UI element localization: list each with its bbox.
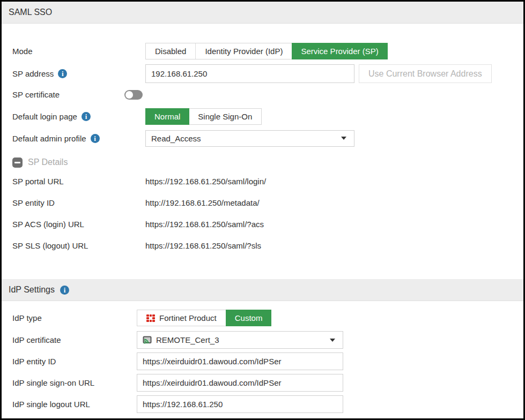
- login-page-segmented-control: Normal Single Sign-On: [145, 108, 262, 125]
- saml-sso-panel: SAML SSO Mode Disabled Identity Provider…: [0, 0, 525, 420]
- idp-entity-id-label: IdP entity ID: [12, 357, 137, 366]
- chevron-down-icon: [341, 137, 346, 140]
- idp-certificate-select[interactable]: REMOTE_Cert_3: [137, 331, 343, 349]
- idp-slo-url-row: IdP single logout URL: [12, 395, 516, 413]
- idp-slo-url-label: IdP single logout URL: [12, 400, 137, 409]
- sp-address-row: SP address i Use Current Browser Address: [12, 64, 516, 83]
- idp-type-row: IdP type Fortinet Product Custom: [12, 310, 516, 326]
- idp-entity-id-row: IdP entity ID: [12, 352, 516, 370]
- login-page-option-sso[interactable]: Single Sign-On: [189, 109, 261, 124]
- mode-option-disabled[interactable]: Disabled: [146, 43, 196, 59]
- idp-type-option-fortinet[interactable]: Fortinet Product: [137, 310, 226, 326]
- sp-certificate-row: SP certificate: [12, 88, 516, 101]
- idp-type-segmented-control: Fortinet Product Custom: [137, 310, 271, 326]
- page-title: SAML SSO: [9, 8, 52, 17]
- sp-certificate-toggle[interactable]: [124, 90, 143, 100]
- saml-sso-header-bar: SAML SSO: [2, 2, 523, 24]
- toggle-knob-icon: [125, 91, 133, 99]
- sp-details-title: SP Details: [28, 158, 68, 167]
- default-admin-profile-row: Default admin profile i Read_Access: [12, 130, 516, 147]
- mode-segmented-control: Disabled Identity Provider (IdP) Service…: [145, 43, 388, 59]
- mode-option-sp[interactable]: Service Provider (SP): [292, 43, 387, 59]
- collapse-minus-icon[interactable]: [12, 158, 23, 168]
- info-icon[interactable]: i: [60, 286, 69, 295]
- login-page-option-normal[interactable]: Normal: [145, 108, 189, 125]
- fortinet-grid-icon: [146, 314, 155, 322]
- sp-details-header[interactable]: SP Details: [12, 154, 516, 170]
- idp-sso-url-row: IdP single sign-on URL: [12, 374, 516, 392]
- idp-settings-header-bar: IdP Settings i: [2, 279, 523, 301]
- sp-acs-url-row: SP ACS (login) URL https://192.168.61.25…: [12, 213, 516, 235]
- idp-certificate-label: IdP certificate: [12, 335, 137, 344]
- idp-sso-url-input[interactable]: [137, 374, 343, 392]
- default-login-page-row: Default login page i Normal Single Sign-…: [12, 108, 516, 125]
- sp-portal-url-row: SP portal URL https://192.168.61.250/sam…: [12, 170, 516, 192]
- sp-address-input[interactable]: [145, 64, 354, 83]
- default-admin-profile-label: Default admin profile i: [12, 134, 145, 143]
- sp-entity-id-row: SP entity ID http://192.168.61.250/metad…: [12, 192, 516, 213]
- idp-sso-url-label: IdP single sign-on URL: [12, 378, 137, 387]
- default-login-page-label: Default login page i: [12, 112, 145, 121]
- idp-slo-url-input[interactable]: [137, 395, 343, 413]
- sp-address-label: SP address i: [12, 69, 145, 78]
- sp-entity-id-value: http://192.168.61.250/metadata/: [145, 198, 260, 207]
- sp-sls-url-row: SP SLS (logout) URL https://192.168.61.2…: [12, 235, 516, 256]
- chevron-down-icon: [330, 339, 335, 342]
- info-icon[interactable]: i: [91, 134, 100, 143]
- mode-row: Mode Disabled Identity Provider (IdP) Se…: [12, 43, 516, 59]
- sp-certificate-label: SP certificate: [12, 90, 124, 99]
- idp-certificate-selected-value: REMOTE_Cert_3: [156, 335, 219, 344]
- idp-entity-id-input[interactable]: [137, 352, 343, 370]
- mode-option-idp[interactable]: Identity Provider (IdP): [196, 43, 292, 59]
- admin-profile-selected-value: Read_Access: [151, 134, 201, 143]
- remote-certificate-icon: [143, 336, 152, 344]
- info-icon[interactable]: i: [82, 112, 91, 121]
- idp-type-label: IdP type: [12, 313, 137, 322]
- idp-settings-title: IdP Settings: [9, 285, 55, 295]
- idp-certificate-row: IdP certificate REMOTE_Cert_3: [12, 331, 516, 349]
- idp-type-option-custom[interactable]: Custom: [226, 310, 272, 326]
- admin-profile-select[interactable]: Read_Access: [145, 130, 354, 147]
- sp-portal-url-value: https://192.168.61.250/saml/login/: [145, 177, 266, 186]
- mode-label: Mode: [12, 47, 145, 56]
- sp-acs-url-value: https://192.168.61.250/saml/?acs: [145, 220, 264, 229]
- sp-sls-url-value: https://192.168.61.250/saml/?sls: [145, 241, 261, 250]
- use-current-browser-address-button[interactable]: Use Current Browser Address: [359, 64, 492, 83]
- info-icon[interactable]: i: [58, 69, 67, 78]
